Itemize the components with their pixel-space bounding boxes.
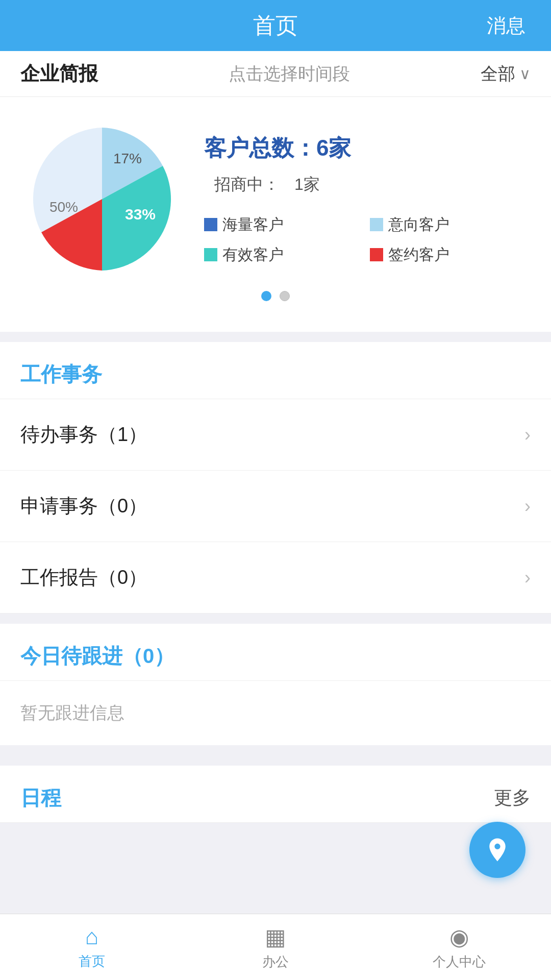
nav-item-home[interactable]: ⌂ 首页 — [0, 924, 184, 970]
chevron-right-icon-3: › — [524, 567, 531, 589]
chart-title: 客户总数：6家 — [204, 133, 531, 163]
work-section: 工作事务 待办事务（1） › 申请事务（0） › 工作报告（0） › — [0, 342, 551, 614]
legend-color-youxiao — [204, 248, 217, 261]
nav-item-profile[interactable]: ◉ 个人中心 — [367, 924, 551, 971]
work-section-header: 工作事务 — [0, 342, 551, 399]
work-report-label: 工作报告（0） — [20, 565, 147, 591]
nav-item-office[interactable]: ▦ 办公 — [184, 924, 367, 971]
legend-item-youxiao: 有效客户 — [204, 244, 365, 265]
chart-subtitle: 招商中： 1家 — [204, 174, 531, 196]
svg-text:50%: 50% — [49, 199, 78, 215]
schedule-section: 日程 更多 — [0, 766, 551, 823]
legend-item-yixiang: 意向客户 — [370, 214, 531, 235]
chart-section: 17% 33% 50% 客户总数：6家 招商中： 1家 海量客户 意向客户 — [0, 97, 551, 332]
location-icon — [484, 836, 511, 864]
nav-label-profile: 个人中心 — [433, 953, 486, 971]
work-report-item[interactable]: 工作报告（0） › — [0, 542, 551, 614]
chevron-right-icon-1: › — [524, 424, 531, 446]
profile-icon: ◉ — [449, 924, 469, 950]
bottom-nav: ⌂ 首页 ▦ 办公 ◉ 个人中心 — [0, 914, 551, 980]
schedule-more-button[interactable]: 更多 — [494, 786, 531, 811]
toolbar: 企业简报 点击选择时间段 全部 ∨ — [0, 51, 551, 97]
legend-item-qianyue: 签约客户 — [370, 244, 531, 265]
dot-1[interactable] — [261, 291, 271, 301]
legend-item-hailiang: 海量客户 — [204, 214, 365, 235]
apply-tasks-item[interactable]: 申请事务（0） › — [0, 471, 551, 542]
schedule-header: 日程 更多 — [0, 766, 551, 823]
legend-color-yixiang — [370, 218, 383, 231]
message-button[interactable]: 消息 — [487, 13, 525, 39]
legend-color-hailiang — [204, 218, 217, 231]
section-divider-1 — [0, 332, 551, 342]
work-section-title: 工作事务 — [20, 363, 102, 385]
header-title: 首页 — [253, 11, 298, 41]
today-empty-text: 暂无跟进信息 — [0, 681, 551, 745]
toolbar-brand-label: 企业简报 — [20, 61, 98, 87]
legend-color-qianyue — [370, 248, 383, 261]
office-icon: ▦ — [265, 924, 286, 950]
header: 首页 消息 — [0, 0, 551, 51]
today-title: 今日待跟进（0） — [20, 645, 174, 667]
nav-label-office: 办公 — [262, 953, 289, 971]
today-section: 今日待跟进（0） 暂无跟进信息 — [0, 624, 551, 745]
time-period-selector[interactable]: 点击选择时间段 — [98, 62, 481, 86]
legend-label-hailiang: 海量客户 — [222, 214, 284, 235]
dot-2[interactable] — [280, 291, 290, 301]
chevron-down-icon: ∨ — [519, 65, 531, 83]
today-section-header: 今日待跟进（0） — [0, 624, 551, 681]
svg-text:17%: 17% — [113, 151, 142, 166]
home-icon: ⌂ — [85, 924, 99, 949]
apply-tasks-label: 申请事务（0） — [20, 493, 147, 519]
pending-tasks-item[interactable]: 待办事务（1） › — [0, 399, 551, 471]
location-fab[interactable] — [469, 822, 525, 878]
filter-dropdown[interactable]: 全部 ∨ — [481, 62, 531, 86]
svg-text:33%: 33% — [125, 206, 156, 223]
chart-info: 客户总数：6家 招商中： 1家 海量客户 意向客户 有效客户 — [204, 133, 531, 265]
pending-tasks-label: 待办事务（1） — [20, 422, 147, 448]
legend-label-yixiang: 意向客户 — [388, 214, 449, 235]
legend-label-youxiao: 有效客户 — [222, 244, 284, 265]
chevron-right-icon-2: › — [524, 496, 531, 517]
chart-legend: 海量客户 意向客户 有效客户 签约客户 — [204, 214, 531, 265]
pie-chart: 17% 33% 50% — [20, 117, 184, 281]
legend-label-qianyue: 签约客户 — [388, 244, 449, 265]
nav-label-home: 首页 — [79, 952, 105, 970]
subtitle-value: 1家 — [294, 175, 320, 193]
filter-label: 全部 — [481, 62, 515, 86]
schedule-title: 日程 — [20, 784, 61, 812]
carousel-dots — [20, 281, 531, 306]
subtitle-label: 招商中： — [214, 175, 280, 193]
section-divider-2 — [0, 745, 551, 755]
